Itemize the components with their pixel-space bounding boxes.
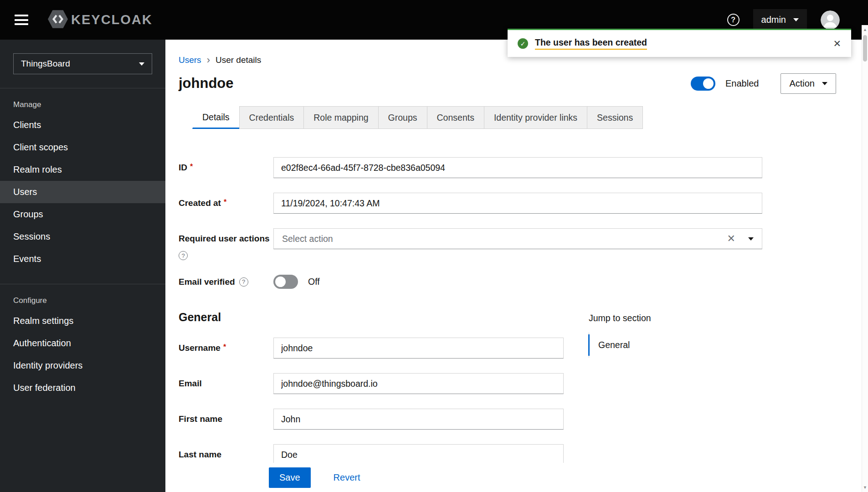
nav-group-configure: Configure Realm settings Authentication … <box>0 284 165 399</box>
username-input[interactable] <box>273 338 564 359</box>
required-actions-label-stack: Required user actions ? <box>179 228 273 260</box>
close-icon: ✕ <box>833 38 841 49</box>
sidebar-item-clients[interactable]: Clients <box>0 114 165 136</box>
user-menu-label: admin <box>761 15 786 25</box>
toast-close-button[interactable]: ✕ <box>833 38 841 49</box>
tab-consents[interactable]: Consents <box>427 106 484 129</box>
tab-bar: Details Credentials Role mapping Groups … <box>192 106 862 129</box>
question-circle-icon: ? <box>731 16 735 24</box>
user-menu-dropdown[interactable]: admin <box>753 9 807 31</box>
page-header: johndoe Enabled Action <box>179 72 862 94</box>
email-input[interactable] <box>273 373 564 394</box>
form-row-last-name: Last name <box>179 444 862 465</box>
form-row-email: Email <box>179 373 862 394</box>
first-name-input[interactable] <box>273 409 564 430</box>
realm-selector-label: ThingsBoard <box>21 59 70 69</box>
success-check-icon: ✓ <box>518 38 528 49</box>
toggle-knob <box>703 78 714 89</box>
last-name-input[interactable] <box>273 444 564 465</box>
chevron-down-icon[interactable] <box>748 237 754 241</box>
form-row-created-at: Created at <box>179 193 862 214</box>
keycloak-logo-icon <box>47 10 68 31</box>
form-actions-footer: Save Revert <box>165 463 862 492</box>
created-at-input[interactable] <box>273 193 762 214</box>
sidebar: ThingsBoard Manage Clients Client scopes… <box>0 40 165 492</box>
sidebar-item-users[interactable]: Users <box>0 181 165 203</box>
user-details-form: ID Created at Required user actions ? Se… <box>179 157 862 465</box>
page-title: johndoe <box>179 75 234 92</box>
scrollbar-thumb[interactable] <box>863 35 867 62</box>
tab-identity-provider-links[interactable]: Identity provider links <box>484 106 587 129</box>
revert-button[interactable]: Revert <box>334 472 360 483</box>
hamburger-icon <box>15 19 28 21</box>
breadcrumb-users-link[interactable]: Users <box>179 55 201 65</box>
email-verified-state: Off <box>308 277 320 287</box>
sidebar-item-realm-roles[interactable]: Realm roles <box>0 159 165 181</box>
jump-link-general[interactable]: General <box>588 334 651 356</box>
tab-details[interactable]: Details <box>192 106 240 129</box>
check-glyph: ✓ <box>520 40 526 47</box>
tab-groups[interactable]: Groups <box>378 106 427 129</box>
clear-icon[interactable]: ✕ <box>727 234 735 244</box>
nav-section-configure: Configure <box>0 284 165 310</box>
section-heading-general: General <box>179 311 862 324</box>
jump-to-section-panel: Jump to section General <box>589 313 651 358</box>
header-controls: Enabled Action <box>691 73 836 94</box>
form-row-id: ID <box>179 157 862 178</box>
tab-sessions[interactable]: Sessions <box>587 106 643 129</box>
sidebar-item-client-scopes[interactable]: Client scopes <box>0 136 165 159</box>
required-actions-placeholder: Select action <box>282 234 727 244</box>
nav-menu-toggle-button[interactable] <box>15 15 28 25</box>
chevron-down-icon <box>822 82 827 85</box>
nav-section-manage: Manage <box>0 88 165 114</box>
sidebar-item-events[interactable]: Events <box>0 248 165 270</box>
action-dropdown-button[interactable]: Action <box>781 73 836 94</box>
form-row-email-verified: Email verified ? Off <box>179 275 862 289</box>
created-at-label: Created at <box>179 198 226 208</box>
masthead-right: ? admin <box>727 9 853 31</box>
chevron-down-icon <box>139 62 144 66</box>
hamburger-icon <box>15 15 28 16</box>
nav-group-manage: Manage Clients Client scopes Realm roles… <box>0 88 165 270</box>
hamburger-icon <box>15 23 28 25</box>
chevron-down-icon <box>793 18 799 21</box>
form-row-first-name: First name <box>179 409 862 430</box>
question-mark-glyph: ? <box>181 252 185 259</box>
email-verified-toggle[interactable] <box>273 275 298 289</box>
tab-credentials[interactable]: Credentials <box>239 106 304 129</box>
scroll-up-arrow-icon[interactable]: ▲ <box>863 25 867 34</box>
toast-success: ✓ The user has been created ✕ <box>508 29 851 57</box>
required-actions-select[interactable]: Select action ✕ <box>273 228 762 249</box>
sidebar-item-identity-providers[interactable]: Identity providers <box>0 354 165 377</box>
avatar[interactable] <box>821 10 840 30</box>
email-label: Email <box>179 379 202 389</box>
id-label: ID <box>179 163 193 173</box>
keycloak-logo: KEYCLOAK <box>47 10 153 31</box>
main-content: Users › User details johndoe Enabled Act… <box>165 40 862 492</box>
help-icon[interactable]: ? <box>179 251 188 260</box>
tab-role-mapping[interactable]: Role mapping <box>303 106 378 129</box>
form-row-required-actions: Required user actions ? Select action ✕ <box>179 228 862 260</box>
breadcrumb-separator-icon: › <box>207 55 210 65</box>
jump-to-section-list: General <box>589 333 651 358</box>
scrollbar[interactable]: ▲ ▼ <box>862 25 868 492</box>
required-actions-label: Required user actions <box>179 228 273 249</box>
sidebar-item-authentication[interactable]: Authentication <box>0 332 165 354</box>
scroll-down-arrow-icon[interactable]: ▼ <box>863 483 867 492</box>
sidebar-item-groups[interactable]: Groups <box>0 203 165 226</box>
breadcrumb-current: User details <box>216 55 261 65</box>
jump-to-section-heading: Jump to section <box>589 313 651 323</box>
username-label: Username <box>179 343 226 353</box>
id-input[interactable] <box>273 157 762 178</box>
sidebar-item-sessions[interactable]: Sessions <box>0 226 165 248</box>
help-button[interactable]: ? <box>727 14 740 26</box>
realm-selector[interactable]: ThingsBoard <box>13 53 152 74</box>
brand-text: KEYCLOAK <box>71 12 153 27</box>
save-button[interactable]: Save <box>269 467 311 488</box>
enabled-toggle[interactable] <box>691 77 715 91</box>
help-icon[interactable]: ? <box>239 277 248 287</box>
sidebar-item-realm-settings[interactable]: Realm settings <box>0 310 165 332</box>
email-verified-label: Email verified <box>179 277 235 287</box>
enabled-label: Enabled <box>725 78 759 89</box>
sidebar-item-user-federation[interactable]: User federation <box>0 377 165 399</box>
